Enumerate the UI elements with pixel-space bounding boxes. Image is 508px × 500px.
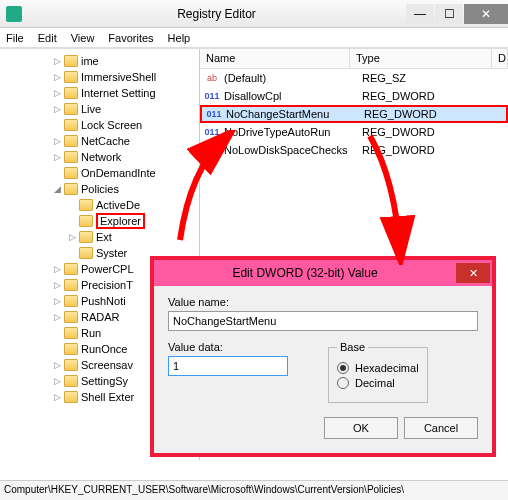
tree-item-label: RunOnce — [81, 343, 127, 355]
tree-item[interactable]: ▷ImmersiveShell — [2, 69, 199, 85]
tree-twisty-icon[interactable]: ▷ — [52, 264, 63, 275]
tree-item[interactable]: ▷Internet Setting — [2, 85, 199, 101]
folder-icon — [64, 295, 78, 307]
list-header: Name Type D — [200, 49, 508, 69]
value-name: NoDriveTypeAutoRun — [220, 126, 358, 138]
radio-hexadecimal[interactable]: Hexadecimal — [337, 362, 419, 374]
folder-icon — [64, 391, 78, 403]
value-data-label: Value data: — [168, 341, 326, 353]
tree-twisty-icon[interactable] — [52, 168, 63, 179]
tree-item-label: ActiveDe — [96, 199, 140, 211]
value-name: DisallowCpl — [220, 90, 358, 102]
value-name: NoLowDiskSpaceChecks — [220, 144, 358, 156]
dialog-titlebar: Edit DWORD (32-bit) Value ✕ — [154, 260, 492, 286]
tree-item[interactable]: ◢Policies — [2, 181, 199, 197]
radio-hex-label: Hexadecimal — [355, 362, 419, 374]
maximize-button[interactable]: ☐ — [435, 4, 463, 24]
tree-twisty-icon[interactable]: ▷ — [52, 280, 63, 291]
tree-item-label: Syster — [96, 247, 127, 259]
tree-item[interactable]: ▷Network — [2, 149, 199, 165]
folder-icon — [64, 55, 78, 67]
tree-item-label: Explorer — [96, 213, 145, 229]
radio-dot-icon — [337, 362, 349, 374]
tree-item[interactable]: ▷Ext — [2, 229, 199, 245]
tree-item-label: Ext — [96, 231, 112, 243]
value-type-icon: 011 — [204, 143, 220, 157]
col-name[interactable]: Name — [200, 49, 350, 68]
col-data[interactable]: D — [492, 49, 508, 68]
tree-item-label: Lock Screen — [81, 119, 142, 131]
tree-item-label: NetCache — [81, 135, 130, 147]
tree-twisty-icon[interactable]: ▷ — [52, 296, 63, 307]
dialog-close-button[interactable]: ✕ — [456, 263, 490, 283]
tree-item[interactable]: ▷Live — [2, 101, 199, 117]
tree-twisty-icon[interactable]: ▷ — [52, 392, 63, 403]
list-row[interactable]: 011NoLowDiskSpaceChecksREG_DWORD — [200, 141, 508, 159]
tree-twisty-icon[interactable]: ▷ — [67, 232, 78, 243]
value-name: NoChangeStartMenu — [222, 108, 360, 120]
tree-twisty-icon[interactable] — [52, 328, 63, 339]
menu-favorites[interactable]: Favorites — [108, 32, 153, 44]
folder-icon — [64, 375, 78, 387]
app-icon — [6, 6, 22, 22]
cancel-button[interactable]: Cancel — [404, 417, 478, 439]
tree-twisty-icon[interactable] — [67, 200, 78, 211]
value-type-icon: 011 — [206, 107, 222, 121]
tree-item-label: PowerCPL — [81, 263, 134, 275]
tree-twisty-icon[interactable]: ▷ — [52, 312, 63, 323]
base-label: Base — [337, 341, 368, 353]
list-row[interactable]: 011NoChangeStartMenuREG_DWORD — [200, 105, 508, 123]
folder-icon — [64, 359, 78, 371]
value-data-input[interactable] — [168, 356, 288, 376]
tree-item[interactable]: ▷NetCache — [2, 133, 199, 149]
tree-item-label: OnDemandInte — [81, 167, 156, 179]
tree-item[interactable]: OnDemandInte — [2, 165, 199, 181]
tree-twisty-icon[interactable]: ▷ — [52, 376, 63, 387]
value-name-label: Value name: — [168, 296, 478, 308]
tree-item[interactable]: ▷ime — [2, 53, 199, 69]
menu-file[interactable]: File — [6, 32, 24, 44]
menu-edit[interactable]: Edit — [38, 32, 57, 44]
ok-button[interactable]: OK — [324, 417, 398, 439]
folder-icon — [64, 327, 78, 339]
list-row[interactable]: 011NoDriveTypeAutoRunREG_DWORD — [200, 123, 508, 141]
tree-item[interactable]: ActiveDe — [2, 197, 199, 213]
minimize-button[interactable]: — — [406, 4, 434, 24]
tree-twisty-icon[interactable]: ▷ — [52, 152, 63, 163]
tree-twisty-icon[interactable]: ▷ — [52, 136, 63, 147]
tree-item-label: Live — [81, 103, 101, 115]
radio-decimal[interactable]: Decimal — [337, 377, 419, 389]
tree-twisty-icon[interactable] — [52, 344, 63, 355]
tree-item[interactable]: Explorer — [2, 213, 199, 229]
value-name-input[interactable] — [168, 311, 478, 331]
folder-icon — [79, 231, 93, 243]
tree-twisty-icon[interactable] — [67, 216, 78, 227]
folder-icon — [64, 311, 78, 323]
tree-twisty-icon[interactable]: ▷ — [52, 88, 63, 99]
tree-twisty-icon[interactable]: ◢ — [52, 184, 63, 195]
tree-twisty-icon[interactable]: ▷ — [52, 104, 63, 115]
list-row[interactable]: ab(Default)REG_SZ — [200, 69, 508, 87]
tree-item[interactable]: Lock Screen — [2, 117, 199, 133]
tree-twisty-icon[interactable]: ▷ — [52, 72, 63, 83]
edit-dword-dialog: Edit DWORD (32-bit) Value ✕ Value name: … — [150, 256, 496, 457]
tree-twisty-icon[interactable] — [67, 248, 78, 259]
tree-twisty-icon[interactable]: ▷ — [52, 360, 63, 371]
tree-twisty-icon[interactable]: ▷ — [52, 56, 63, 67]
folder-icon — [64, 119, 78, 131]
title-bar: Registry Editor — ☐ ✕ — [0, 0, 508, 28]
tree-item-label: ImmersiveShell — [81, 71, 156, 83]
value-type-icon: ab — [204, 71, 220, 85]
menu-view[interactable]: View — [71, 32, 95, 44]
list-rows: ab(Default)REG_SZ011DisallowCplREG_DWORD… — [200, 69, 508, 159]
tree-item-label: Shell Exter — [81, 391, 134, 403]
tree-twisty-icon[interactable] — [52, 120, 63, 131]
tree-item-label: Internet Setting — [81, 87, 156, 99]
value-type-icon: 011 — [204, 89, 220, 103]
tree-item-label: Policies — [81, 183, 119, 195]
col-type[interactable]: Type — [350, 49, 492, 68]
close-button[interactable]: ✕ — [464, 4, 508, 24]
menu-help[interactable]: Help — [168, 32, 191, 44]
list-row[interactable]: 011DisallowCplREG_DWORD — [200, 87, 508, 105]
tree-item-label: PrecisionT — [81, 279, 133, 291]
